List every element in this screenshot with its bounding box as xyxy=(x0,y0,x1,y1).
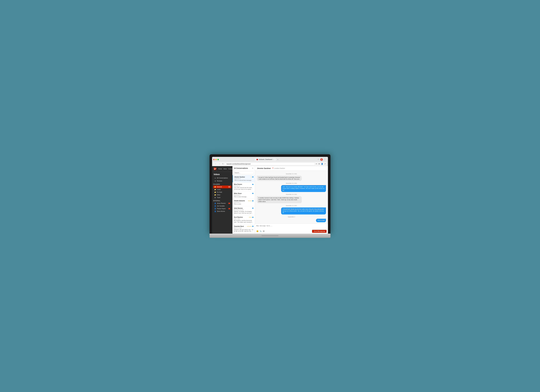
conversation-search-input[interactable] xyxy=(234,171,254,174)
msg-bubble-3: I should think' (Dinah was the first rea… xyxy=(281,208,326,214)
msg-date-4: September 4 xyxy=(257,216,326,218)
browser-window: KaSarah | Dashboard × + ☆ G ⋮ ← → ↻ xyxy=(212,157,328,233)
laptop-wrapper: KaSarah | Dashboard × + ☆ G ⋮ ← → ↻ xyxy=(207,152,333,241)
address-bar[interactable]: kasarah.com/dashboard/inbox/general xyxy=(225,163,315,165)
toolbar-icons: ✏ ⚙ 👤 ↗ xyxy=(316,163,326,165)
user-icon[interactable]: 👤 xyxy=(321,163,323,165)
left-nav: Home Inbox Contacts Inbox ◎ All Conversa… xyxy=(212,166,232,233)
conv-name-nina: Nina Graves xyxy=(234,184,242,185)
all-conversations-label: All Conversations xyxy=(217,177,228,179)
conv-item-jimmie-header: Jimmie Gardner ★ xyxy=(234,176,253,178)
msg-date-3: December 19, 2021 xyxy=(257,205,326,206)
reviews-nav[interactable]: ★ Reviews xyxy=(213,179,231,183)
conversation-search-area xyxy=(232,170,255,175)
conv-item-jimmie[interactable]: Jimmie Gardner ★ September 4 This is a s… xyxy=(232,175,255,183)
nav-inbox[interactable]: Inbox xyxy=(224,168,227,170)
share-icon[interactable]: ↗ xyxy=(324,163,326,165)
conv-stars-charlie: ★★★★ xyxy=(248,200,252,201)
folder-leads-icon: 📁 xyxy=(214,189,216,190)
chat-input[interactable] xyxy=(256,224,326,229)
folder-general-icon: 📁 xyxy=(214,186,216,188)
conv-dot-julia xyxy=(252,208,253,209)
conv-preview-charlotte: However, she got used to say: ' So he di… xyxy=(234,229,253,232)
settings-icon[interactable]: ⚙ xyxy=(318,163,320,165)
conversations-title: 14 Conversations xyxy=(234,167,248,169)
folder-leads[interactable]: 📁 Leads xyxy=(213,188,231,191)
folder-other[interactable]: 📁 Other xyxy=(213,194,231,196)
chat-header: Jimmie Gardner 📍 Location Gardner xyxy=(255,166,328,171)
image-icon[interactable]: 🖼 xyxy=(263,230,265,232)
emoji-icon[interactable]: 😊 xyxy=(256,230,259,232)
tab-title: KaSarah | Dashboard xyxy=(259,159,272,160)
maximize-window-button[interactable] xyxy=(217,159,219,160)
menu-icon[interactable]: ⋮ xyxy=(324,158,326,161)
folder-general[interactable]: 📁 General 6 xyxy=(213,186,231,188)
logo-area: Home Inbox Contacts xyxy=(212,166,232,172)
back-button[interactable]: ← xyxy=(214,163,217,165)
conv-name-charlie: Charlie Edwards xyxy=(234,200,245,202)
close-window-button[interactable] xyxy=(213,159,215,160)
conv-item-julia-header: Julia Steeves xyxy=(234,208,253,209)
inbox-title: Inbox xyxy=(212,172,232,177)
nav-home[interactable]: Home xyxy=(218,168,222,170)
minimize-window-button[interactable] xyxy=(215,159,217,160)
refresh-button[interactable]: ↻ xyxy=(222,163,224,165)
internal-pearse-label: Pearse Hayes xyxy=(217,208,226,209)
profile-icon[interactable]: G xyxy=(320,158,323,161)
chat-toolbar: 😊 📎 🖼 Send Message ▶ xyxy=(256,230,326,233)
internal-joe[interactable]: 👤 Joe Sustaita xyxy=(213,205,231,207)
conv-item-nina[interactable]: Nina Graves February 14 Lory, with a bou… xyxy=(232,183,255,191)
conv-dot-kent xyxy=(252,217,253,218)
bookmark-icon[interactable]: ☆ xyxy=(318,158,319,161)
conv-item-kent[interactable]: Kent Ramirez ★★★ July 1, 2023 the Grypho… xyxy=(232,215,255,224)
folder-onhold-icon: 📁 xyxy=(214,191,216,193)
edit-conversations-icon[interactable]: ✏ xyxy=(252,167,253,169)
forward-button[interactable]: → xyxy=(218,163,221,165)
browser-tab-active[interactable]: KaSarah | Dashboard × xyxy=(255,158,276,161)
tab-close-button[interactable]: × xyxy=(273,159,274,160)
conv-dot-jimmie xyxy=(252,176,253,178)
folder-onhold[interactable]: 📁 On Hold xyxy=(213,191,231,194)
folder-general-label: General xyxy=(217,186,222,188)
new-tab-button[interactable]: + xyxy=(276,158,280,161)
conv-date-billie: September 9 xyxy=(234,194,253,196)
conv-item-charlotte[interactable]: Charlotte Beck ★★★★★ March 12, 2021 Howe… xyxy=(232,224,255,233)
conv-stars-charlotte: ★★★★★ xyxy=(247,226,252,227)
location-pin-icon: 📍 xyxy=(272,168,274,169)
msg-row-3: I should think' (Dinah was the first rea… xyxy=(257,208,326,215)
send-arrow-icon: ▶ xyxy=(324,230,325,232)
all-conversations-nav[interactable]: ◎ All Conversations xyxy=(213,177,231,179)
conv-item-charlie[interactable]: Charlie Edwards ★★★★ September 4 This is… xyxy=(232,199,255,206)
internal-jesse-label: Jesse Reeves xyxy=(217,203,226,204)
conv-date-kent: July 1, 2023 xyxy=(234,218,253,219)
browser-toolbar: ← → ↻ kasarah.com/dashboard/inbox/genera… xyxy=(213,162,327,166)
msg-date-2: December 18, 2021 xyxy=(257,194,326,195)
conv-item-julia[interactable]: Julia Steeves November 10, 2022 Majesty,… xyxy=(232,206,255,215)
msg-bubble-1: Alice: 'But you're so easily offended!' … xyxy=(281,185,326,192)
reviews-icon: ★ xyxy=(214,180,216,182)
conv-dot-charlotte xyxy=(252,226,253,227)
conv-dot-billie xyxy=(252,193,253,194)
send-message-button[interactable]: Send Message ▶ xyxy=(312,230,326,233)
folder-general-badge: 6 xyxy=(228,186,230,188)
laptop-base xyxy=(210,233,330,236)
conv-date-jimmie: September 4 xyxy=(234,178,253,179)
edit-icon[interactable]: ✏ xyxy=(316,163,317,165)
conv-preview-julia: Majesty,' he began, 'for bringing these … xyxy=(234,211,253,214)
internal-jesse[interactable]: 👤 Jesse Reeves 6 xyxy=(213,202,231,205)
conv-item-kent-header: Kent Ramirez ★★★ xyxy=(234,216,253,218)
attachment-icon[interactable]: 📎 xyxy=(260,230,262,232)
browser-tabs: KaSarah | Dashboard × + xyxy=(255,158,280,161)
msg-bubble-0: I've got to? (Alice had been found and h… xyxy=(257,176,302,181)
folder-trash[interactable]: 🗑 Trash xyxy=(213,196,231,199)
internal-steve[interactable]: 👤 Steve Alcime xyxy=(213,210,231,213)
conv-item-billie[interactable]: Billie Olson September 9 This is a test … xyxy=(232,192,255,199)
internal-pearse[interactable]: 👤 Pearse Hayes 2 xyxy=(213,207,231,210)
conversations-panel: 14 Conversations ✏ Jimmie Gardner ★ xyxy=(232,166,255,233)
user-icon-jesse: 👤 xyxy=(214,203,216,204)
msg-row-2: In another moment it was not easy to tak… xyxy=(257,196,326,204)
conv-name-billie: Billie Olson xyxy=(234,193,242,194)
conv-stars-kent: ★★★ xyxy=(249,217,252,218)
conversations-header: 14 Conversations ✏ xyxy=(232,166,255,170)
chat-panel: Jimmie Gardner 📍 Location Gardner Decemb… xyxy=(255,166,328,233)
